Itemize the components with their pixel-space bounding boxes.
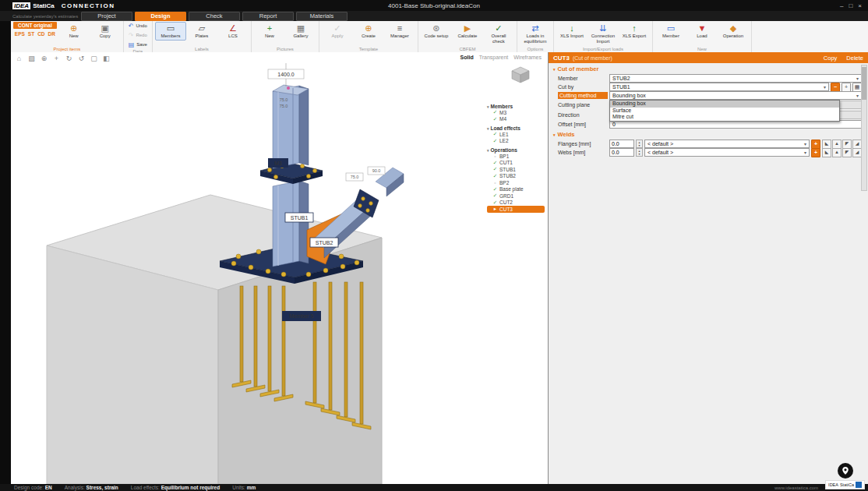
ribbon-button-redo[interactable]: ↷Redo (126, 31, 150, 40)
ribbon-button-calculate[interactable]: ▶Calculate (452, 22, 483, 41)
tree-section-operations[interactable]: ▾Operations (487, 147, 545, 153)
tree-item-cut2[interactable]: ✓CUT2 (487, 200, 545, 207)
location-pin-icon[interactable] (838, 463, 853, 479)
tab-report[interactable]: Report (242, 12, 294, 21)
ribbon-button-manager[interactable]: ≡Manager (384, 22, 415, 41)
maximize-icon[interactable]: □ (849, 2, 852, 9)
tree-item-bp1[interactable]: ▫BP1 (487, 153, 545, 160)
dropdown-option-bounding-box[interactable]: Bounding box (610, 101, 839, 108)
ribbon-button-copy[interactable]: ▣Copy (90, 22, 121, 41)
label-member5[interactable]: Member 5 (282, 311, 321, 321)
minimize-icon[interactable]: – (840, 2, 843, 9)
cutby-select[interactable]: STUB1 ▾ (609, 83, 829, 91)
tree-item-le1[interactable]: ✓LE1 (487, 131, 545, 138)
weld-type-icon[interactable]: ▲ (832, 148, 842, 157)
label-stub1[interactable]: STUB1 (285, 213, 313, 222)
home-tool-icon[interactable]: ⌂ (15, 55, 23, 63)
weld-type-icon[interactable]: ◤ (842, 148, 852, 157)
webs-add-weld-button[interactable]: + (811, 148, 820, 157)
paint-tool-icon[interactable]: ◧ (102, 55, 111, 63)
flanges-value-input[interactable]: 0.0 (609, 140, 634, 148)
flanges-add-weld-button[interactable]: + (811, 140, 820, 149)
ribbon-button-new[interactable]: ⊕New (58, 22, 90, 41)
status-design-code: Design code: EN (14, 485, 52, 490)
ribbon-button-xls-export[interactable]: ↑XLS Export (619, 22, 650, 41)
view-cube-tool-icon[interactable]: ▧ (27, 55, 36, 63)
ribbon-button-create[interactable]: ⊕Create (353, 22, 384, 41)
zoom-tool-icon[interactable]: ⊕ (40, 55, 48, 63)
project-code-dr[interactable]: DR (48, 31, 55, 37)
webs-weld-select[interactable]: < default > ▾ (644, 148, 810, 157)
ribbon-button-gallery[interactable]: ▦Gallery (285, 22, 316, 41)
ribbon-button-members[interactable]: ▭Members (155, 22, 186, 41)
ribbon-button-code-setup[interactable]: ⊛Code setup (421, 22, 452, 41)
tree-item-m4[interactable]: ✓M4 (487, 116, 545, 123)
flanges-stepper[interactable]: ▴▾ (636, 140, 643, 148)
ribbon-button-undo[interactable]: ↶Undo (126, 22, 150, 30)
ribbon-button-loads-in-equilibrium[interactable]: ⇄Loads in equilibrium (520, 22, 551, 45)
flanges-weld-select[interactable]: < default > ▾ (644, 140, 810, 148)
project-code-st[interactable]: ST (28, 31, 34, 37)
tree-section-members[interactable]: ▾Members (487, 104, 545, 109)
website-link[interactable]: www.ideastatica.com (774, 486, 818, 490)
tab-project[interactable]: Project (81, 12, 132, 21)
tree-item-base-plate[interactable]: ✓Base plate (487, 186, 545, 193)
tab-check[interactable]: Check (189, 12, 240, 21)
project-code-cd[interactable]: CD (37, 31, 44, 37)
ribbon-button-xls-import[interactable]: ↓XLS Import (556, 22, 587, 41)
dropdown-option-surface[interactable]: Surface (610, 108, 839, 115)
tree-item-le2[interactable]: ✓LE2 (487, 138, 545, 145)
dropdown-option-mitre-cut[interactable]: Mitre cut (610, 114, 839, 121)
tree-item-stub1[interactable]: ✓STUB1 (487, 166, 545, 173)
webs-value-input[interactable]: 0.0 (609, 148, 634, 157)
copy-operation-button[interactable]: Copy (824, 55, 838, 62)
ribbon-button-new[interactable]: +New (254, 22, 285, 41)
3d-scene[interactable]: 1400.0 75.0 75.0 M3 STUB1 STUB2 Member 5 (11, 52, 548, 484)
refresh-tool-icon[interactable]: ↺ (77, 55, 86, 63)
3d-viewport[interactable]: 1400.0 75.0 75.0 M3 STUB1 STUB2 Member 5 (11, 52, 548, 484)
offset-input[interactable]: 0 (609, 120, 862, 129)
tree-item-stub2[interactable]: ✓STUB2 (487, 173, 545, 180)
cutting-method-select[interactable]: Bounding box ▾ (609, 91, 862, 100)
section-welds[interactable]: ▾ Welds (549, 129, 868, 140)
view-cube[interactable] (510, 65, 531, 87)
ribbon-button-operation[interactable]: ◆Operation (718, 22, 749, 41)
remove-cutby-button[interactable]: − (831, 83, 840, 92)
section-cut-of-member[interactable]: ▾ Cut of member (549, 63, 868, 74)
ribbon-button-plates[interactable]: ▱Plates (186, 22, 217, 41)
label-stub2[interactable]: STUB2 (310, 238, 338, 247)
display-mode-solid[interactable]: Solid (460, 55, 474, 60)
current-project-item-button[interactable]: CONT original (13, 22, 57, 29)
label-m3[interactable]: M3 (268, 158, 288, 168)
display-mode-transparent[interactable]: Transparent (479, 55, 508, 60)
weld-type-icon[interactable]: ◣ (822, 148, 831, 157)
ribbon-button-load[interactable]: ▼Load (686, 22, 718, 41)
ribbon-button-save[interactable]: ▤Save (126, 41, 150, 49)
tree-item-cut3[interactable]: ▸CUT3 (487, 206, 545, 213)
tree-section-load-effects[interactable]: ▾Load effects (487, 125, 545, 131)
ribbon-button-lcs[interactable]: ∠LCS (217, 22, 249, 41)
tree-item-bp2[interactable]: ▫BP2 (487, 179, 545, 186)
tree-item-m3[interactable]: ✓M3 (487, 109, 545, 116)
ribbon-button-connection-import[interactable]: ⇊Connection Import (587, 22, 619, 45)
delete-operation-button[interactable]: Delete (846, 55, 863, 62)
tab-design[interactable]: Design (135, 12, 186, 21)
fullscreen-tool-icon[interactable]: ▢ (90, 55, 98, 63)
ribbon-button-member[interactable]: ▭Member (655, 22, 686, 41)
project-code-eps[interactable]: EPS (15, 31, 25, 37)
properties-scrollbar[interactable] (861, 65, 867, 191)
ribbon-button-apply[interactable]: ✓Apply (322, 22, 353, 41)
add-cutby-button[interactable]: + (842, 83, 851, 92)
column-m3[interactable] (273, 85, 309, 168)
ribbon-button-overall-check[interactable]: ✓Overall check (483, 22, 514, 45)
tree-item-cut1[interactable]: ✓CUT1 (487, 160, 545, 167)
tree-item-grd1[interactable]: ✓GRD1 (487, 193, 545, 200)
webs-stepper[interactable]: ▴▾ (636, 148, 643, 157)
close-icon[interactable]: × (858, 2, 862, 9)
rotate-tool-icon[interactable]: ↻ (65, 55, 73, 63)
column-stub1[interactable] (273, 181, 309, 267)
tab-materials[interactable]: Materials (296, 12, 348, 21)
display-mode-wireframes[interactable]: Wireframes (513, 55, 542, 60)
pan-tool-icon[interactable]: + (52, 55, 61, 63)
member-select[interactable]: STUB2 ▾ (609, 74, 862, 83)
